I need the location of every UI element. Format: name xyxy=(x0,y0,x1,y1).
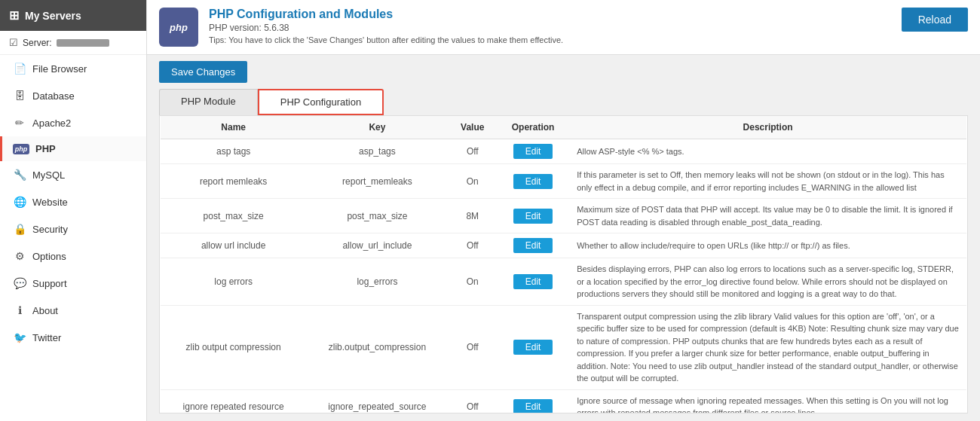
apache2-icon: ✏ xyxy=(13,116,26,130)
cell-description: Allow ASP-style <% %> tags. xyxy=(569,139,966,164)
php-version: PHP version: 5.6.38 xyxy=(209,23,563,33)
cell-key: zlib.output_compression xyxy=(306,305,448,389)
checkmark-icon: ☑ xyxy=(9,37,18,48)
security-icon: 🔒 xyxy=(13,222,26,236)
sidebar-item-options[interactable]: ⚙ Options xyxy=(0,243,146,270)
table-row: log errorslog_errorsOnEditBesides displa… xyxy=(161,258,966,306)
sidebar-item-file-browser[interactable]: 📄 File Browser xyxy=(0,55,146,82)
edit-button[interactable]: Edit xyxy=(513,274,553,289)
cell-operation: Edit xyxy=(497,199,569,233)
cell-key: log_errors xyxy=(306,258,448,306)
cell-operation: Edit xyxy=(497,258,569,306)
toolbar: Save Changes xyxy=(147,55,980,89)
cell-value: Off xyxy=(449,139,497,164)
website-icon: 🌐 xyxy=(13,195,26,209)
cell-description: Transparent output compression using the… xyxy=(569,305,966,389)
sidebar-item-about[interactable]: ℹ About xyxy=(0,297,146,324)
twitter-icon: 🐦 xyxy=(13,331,26,344)
reload-button[interactable]: Reload xyxy=(902,8,968,32)
servers-icon: ⊞ xyxy=(9,8,19,23)
edit-button[interactable]: Edit xyxy=(513,399,553,413)
about-icon: ℹ xyxy=(13,304,26,317)
tabs: PHP Module PHP Configuration xyxy=(147,89,980,115)
sidebar-title: My Servers xyxy=(25,10,81,22)
header-bar: php PHP Configuration and Modules PHP ve… xyxy=(147,0,980,55)
table-row: post_max_sizepost_max_size8MEditMaximum … xyxy=(161,199,966,233)
cell-value: Off xyxy=(449,389,497,413)
cell-operation: Edit xyxy=(497,139,569,164)
sidebar-item-twitter[interactable]: 🐦 Twitter xyxy=(0,324,146,351)
header-left: php PHP Configuration and Modules PHP ve… xyxy=(159,8,563,47)
cell-operation: Edit xyxy=(497,389,569,413)
sidebar-item-mysql[interactable]: 🔧 MySQL xyxy=(0,161,146,188)
cell-key: ignore_repeated_source xyxy=(306,389,448,413)
sidebar-item-website[interactable]: 🌐 Website xyxy=(0,188,146,215)
sidebar-item-php[interactable]: php PHP xyxy=(0,136,146,161)
cell-description: Besides displaying errors, PHP can also … xyxy=(569,258,966,306)
col-name: Name xyxy=(161,116,306,139)
sidebar-item-label: Twitter xyxy=(32,332,61,343)
tab-php-module[interactable]: PHP Module xyxy=(159,89,258,115)
cell-key: report_memleaks xyxy=(306,164,448,199)
main-content: php PHP Configuration and Modules PHP ve… xyxy=(147,0,980,421)
cell-description: Whether to allow include/require to open… xyxy=(569,233,966,258)
php-logo: php xyxy=(159,8,198,47)
cell-description: Ignore source of message when ignoring r… xyxy=(569,389,966,413)
cell-value: 8M xyxy=(449,199,497,233)
sidebar-item-database[interactable]: 🗄 Database xyxy=(0,82,146,109)
sidebar-item-label: MySQL xyxy=(32,169,65,181)
cell-description: Maximum size of POST data that PHP will … xyxy=(569,199,966,233)
cell-name: asp tags xyxy=(161,139,306,164)
table-row: asp tagsasp_tagsOffEditAllow ASP-style <… xyxy=(161,139,966,164)
cell-operation: Edit xyxy=(497,164,569,199)
cell-description: If this parameter is set to Off, then me… xyxy=(569,164,966,199)
edit-button[interactable]: Edit xyxy=(513,340,553,355)
options-icon: ⚙ xyxy=(13,249,26,263)
sidebar-item-label: Security xyxy=(32,224,68,235)
cell-value: Off xyxy=(449,305,497,389)
table-row: ignore repeated resourceignore_repeated_… xyxy=(161,389,966,413)
server-label: Server: xyxy=(23,38,52,48)
cell-key: allow_url_include xyxy=(306,233,448,258)
table-row: report memleaksreport_memleaksOnEditIf t… xyxy=(161,164,966,199)
page-title: PHP Configuration and Modules xyxy=(209,8,563,21)
database-icon: 🗄 xyxy=(13,89,26,102)
col-key: Key xyxy=(306,116,448,139)
cell-name: report memleaks xyxy=(161,164,306,199)
edit-button[interactable]: Edit xyxy=(513,238,553,253)
sidebar-header: ⊞ My Servers xyxy=(0,0,146,31)
edit-button[interactable]: Edit xyxy=(513,174,553,189)
table-row: zlib output compressionzlib.output_compr… xyxy=(161,305,966,389)
sidebar-item-label: File Browser xyxy=(32,63,87,75)
config-table: Name Key Value Operation Description asp… xyxy=(160,116,967,413)
sidebar-item-label: Database xyxy=(32,90,75,102)
mysql-icon: 🔧 xyxy=(13,168,26,182)
edit-button[interactable]: Edit xyxy=(513,209,553,224)
tab-php-configuration[interactable]: PHP Configuration xyxy=(258,89,384,115)
cell-name: log errors xyxy=(161,258,306,306)
save-changes-button[interactable]: Save Changes xyxy=(159,61,247,83)
cell-value: On xyxy=(449,258,497,306)
sidebar-item-label: Support xyxy=(32,278,67,289)
sidebar-item-label: Website xyxy=(32,197,68,208)
cell-key: asp_tags xyxy=(306,139,448,164)
sidebar-item-apache2[interactable]: ✏ Apache2 xyxy=(0,109,146,136)
sidebar-item-label: About xyxy=(32,305,58,316)
cell-name: post_max_size xyxy=(161,199,306,233)
table-area: Name Key Value Operation Description asp… xyxy=(159,115,968,413)
col-operation: Operation xyxy=(497,116,569,139)
edit-button[interactable]: Edit xyxy=(513,144,553,159)
sidebar-item-label: PHP xyxy=(35,143,56,154)
cell-operation: Edit xyxy=(497,305,569,389)
sidebar: ⊞ My Servers ☑ Server: 📄 File Browser 🗄 … xyxy=(0,0,147,421)
col-value: Value xyxy=(449,116,497,139)
cell-value: Off xyxy=(449,233,497,258)
sidebar-item-support[interactable]: 💬 Support xyxy=(0,270,146,297)
server-row: ☑ Server: xyxy=(0,31,146,55)
file-browser-icon: 📄 xyxy=(13,62,26,75)
header-info: PHP Configuration and Modules PHP versio… xyxy=(209,8,563,44)
header-tips: Tips: You have to click the 'Save Change… xyxy=(209,35,563,44)
sidebar-item-label: Apache2 xyxy=(32,117,71,129)
sidebar-item-security[interactable]: 🔒 Security xyxy=(0,215,146,243)
cell-operation: Edit xyxy=(497,233,569,258)
